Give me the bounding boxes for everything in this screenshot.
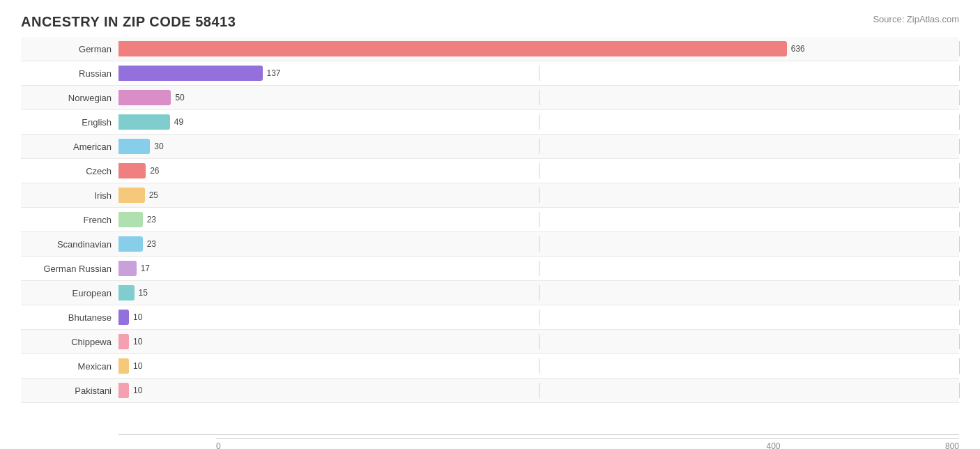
bar-row: American30 xyxy=(21,135,959,159)
bar-row: Norwegian50 xyxy=(21,86,959,110)
bar-label: English xyxy=(21,117,118,128)
bar-label: Czech xyxy=(21,166,118,176)
x-axis: 0400800 xyxy=(118,434,959,449)
bar-fill: 23 xyxy=(118,236,143,252)
chart-title: ANCESTRY IN ZIP CODE 58413 xyxy=(21,14,959,30)
bar-track: 26 xyxy=(118,163,959,178)
bar-track: 17 xyxy=(118,261,959,276)
bar-label: Bhutanese xyxy=(21,312,118,323)
bar-label: Scandinavian xyxy=(21,239,118,250)
bar-value-label: 23 xyxy=(147,239,156,249)
bar-row: German Russian17 xyxy=(21,257,959,281)
bar-track: 25 xyxy=(118,188,959,203)
bar-value-label: 25 xyxy=(149,190,158,200)
bar-row: Bhutanese10 xyxy=(21,305,959,330)
bars-area: German636Russian137Norwegian50English49A… xyxy=(21,37,959,434)
bar-row: French23 xyxy=(21,208,959,232)
bar-row: German636 xyxy=(21,37,959,61)
chart-container: ANCESTRY IN ZIP CODE 58413 Source: ZipAt… xyxy=(0,0,980,449)
bar-fill: 636 xyxy=(118,41,787,56)
bar-track: 10 xyxy=(118,383,959,398)
bar-track: 10 xyxy=(118,334,959,349)
bar-fill: 50 xyxy=(118,90,171,105)
bar-label: Pakistani xyxy=(21,386,118,396)
bar-row: Scandinavian23 xyxy=(21,232,959,257)
x-tick: 800 xyxy=(945,441,959,449)
bar-row: Russian137 xyxy=(21,61,959,86)
bar-fill: 10 xyxy=(118,310,129,325)
bar-value-label: 17 xyxy=(141,264,150,273)
bar-fill: 30 xyxy=(118,139,150,154)
bar-value-label: 49 xyxy=(174,117,183,127)
bar-track: 137 xyxy=(118,66,959,81)
bar-track: 15 xyxy=(118,285,959,300)
bar-value-label: 50 xyxy=(175,93,184,102)
bar-fill: 26 xyxy=(118,163,146,178)
bar-row: European15 xyxy=(21,281,959,305)
bar-row: Irish25 xyxy=(21,183,959,208)
bar-row: Mexican10 xyxy=(21,354,959,379)
bar-fill: 10 xyxy=(118,358,129,374)
bar-row: English49 xyxy=(21,110,959,135)
bar-label: German xyxy=(21,44,118,54)
bar-fill: 17 xyxy=(118,261,137,276)
bar-value-label: 23 xyxy=(147,215,156,224)
bar-fill: 137 xyxy=(118,66,263,81)
bar-track: 23 xyxy=(118,212,959,227)
bar-label: Irish xyxy=(21,190,118,201)
bar-fill: 10 xyxy=(118,334,129,349)
bar-value-label: 10 xyxy=(133,337,142,347)
bar-fill: 23 xyxy=(118,212,143,227)
bar-label: German Russian xyxy=(21,264,118,274)
bar-fill: 15 xyxy=(118,285,135,300)
bar-value-label: 26 xyxy=(150,166,159,176)
bar-value-label: 10 xyxy=(133,312,142,322)
bar-value-label: 636 xyxy=(791,44,805,54)
bar-label: American xyxy=(21,142,118,152)
x-tick: 400 xyxy=(588,441,959,449)
bar-label: Russian xyxy=(21,68,118,79)
bar-track: 30 xyxy=(118,139,959,154)
bar-track: 10 xyxy=(118,358,959,374)
bar-fill: 10 xyxy=(118,383,129,398)
bar-track: 49 xyxy=(118,114,959,130)
bar-row: Czech26 xyxy=(21,159,959,183)
bar-track: 23 xyxy=(118,236,959,252)
bar-value-label: 15 xyxy=(139,288,148,298)
bar-value-label: 30 xyxy=(154,142,163,151)
source-label: Source: ZipAtlas.com xyxy=(873,14,959,24)
bar-row: Pakistani10 xyxy=(21,379,959,403)
bar-label: Norwegian xyxy=(21,93,118,103)
bar-label: French xyxy=(21,215,118,225)
bar-fill: 25 xyxy=(118,188,145,203)
bar-label: Mexican xyxy=(21,361,118,372)
bar-row: Chippewa10 xyxy=(21,330,959,354)
bar-label: European xyxy=(21,288,118,298)
bar-track: 50 xyxy=(118,90,959,105)
bar-track: 10 xyxy=(118,310,959,325)
bar-fill: 49 xyxy=(118,114,170,130)
bar-label: Chippewa xyxy=(21,337,118,347)
bar-track: 636 xyxy=(118,41,959,56)
bar-value-label: 10 xyxy=(133,386,142,395)
bar-value-label: 10 xyxy=(133,361,142,371)
bar-value-label: 137 xyxy=(267,68,281,78)
x-tick: 0 xyxy=(216,441,588,449)
